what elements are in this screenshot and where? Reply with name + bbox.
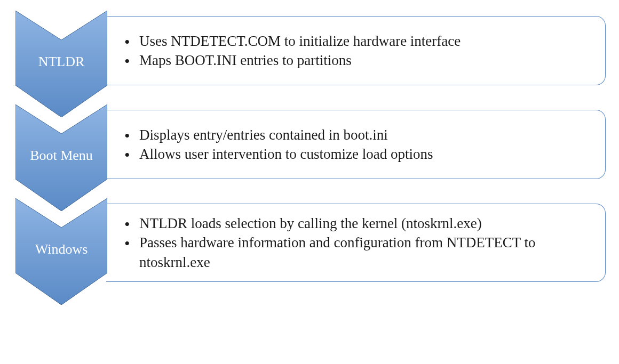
step-content-windows: NTLDR loads selection by calling the ker… bbox=[106, 204, 606, 282]
chevron-shape: Windows bbox=[15, 198, 107, 305]
chevron-label: Windows bbox=[35, 241, 88, 257]
chevron-shape: NTLDR bbox=[15, 11, 107, 117]
bullet-item: Uses NTDETECT.COM to initialize hardware… bbox=[124, 31, 461, 51]
bullet-item: Passes hardware information and configur… bbox=[124, 233, 590, 272]
chevron-wrapper: Boot Menu bbox=[13, 104, 109, 211]
bullet-item: NTLDR loads selection by calling the ker… bbox=[124, 214, 590, 233]
step-row-windows: Windows NTLDR loads selection by calling… bbox=[13, 198, 606, 305]
step-row-ntldr: NTLDR Uses NTDETECT.COM to initialize ha… bbox=[13, 11, 606, 117]
bullet-item: Maps BOOT.INI entries to partitions bbox=[124, 51, 461, 70]
bullet-list: NTLDR loads selection by calling the ker… bbox=[124, 214, 590, 272]
chevron-wrapper: Windows bbox=[13, 198, 109, 305]
chevron-wrapper: NTLDR bbox=[13, 11, 109, 117]
chevron-label: Boot Menu bbox=[30, 148, 93, 164]
bullet-item: Allows user intervention to customize lo… bbox=[124, 144, 433, 164]
bullet-list: Uses NTDETECT.COM to initialize hardware… bbox=[124, 31, 461, 70]
step-content-boot-menu: Displays entry/entries contained in boot… bbox=[106, 110, 606, 179]
bullet-list: Displays entry/entries contained in boot… bbox=[124, 125, 433, 164]
step-content-ntldr: Uses NTDETECT.COM to initialize hardware… bbox=[106, 16, 606, 85]
chevron-shape: Boot Menu bbox=[15, 104, 107, 211]
bullet-item: Displays entry/entries contained in boot… bbox=[124, 125, 433, 144]
chevron-label: NTLDR bbox=[38, 54, 85, 70]
step-row-boot-menu: Boot Menu Displays entry/entries contain… bbox=[13, 104, 606, 211]
